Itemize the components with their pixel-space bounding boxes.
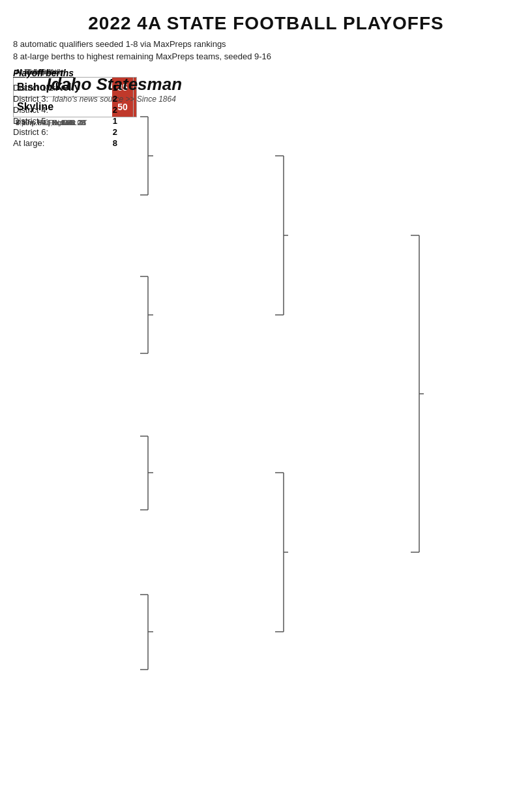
playoff-berths-section: Playoff berths District 1-2: 1 District …: [13, 68, 215, 149]
berths-item-3: District 5: 1: [13, 115, 117, 126]
bracket-lines: [13, 68, 519, 785]
berths-item-2: District 4: 2: [13, 104, 117, 115]
berths-val-4: 2: [113, 127, 117, 137]
berths-item-0: District 1-2: 1: [13, 82, 117, 93]
subtitle-2: 8 at-large berths to highest remaining M…: [13, 52, 519, 61]
berths-label-4: District 6:: [13, 127, 48, 137]
playoff-berths-title: Playoff berths: [13, 68, 215, 78]
berths-label-2: District 4:: [13, 105, 48, 115]
berths-item-4: District 6: 2: [13, 126, 117, 138]
berths-val-5: 8: [113, 138, 117, 148]
berths-label-3: District 5:: [13, 116, 48, 126]
berths-label-5: At large:: [13, 138, 44, 148]
berths-val-2: 2: [113, 105, 117, 115]
subtitle-1: 8 automatic qualifiers seeded 1-8 via Ma…: [13, 39, 519, 49]
berths-val-1: 2: [113, 94, 117, 104]
berths-list: District 1-2: 1 District 3: 2 District 4…: [13, 82, 215, 149]
berths-val-3: 1: [113, 116, 117, 126]
page-title: 2022 4A STATE FOOTBALL PLAYOFFS: [13, 13, 519, 34]
berths-label-1: District 3:: [13, 94, 48, 104]
berths-item-5: At large: 8: [13, 138, 117, 149]
berths-label-0: District 1-2:: [13, 83, 56, 93]
berths-item-1: District 3: 2: [13, 93, 117, 104]
berths-val-0: 1: [113, 83, 117, 93]
